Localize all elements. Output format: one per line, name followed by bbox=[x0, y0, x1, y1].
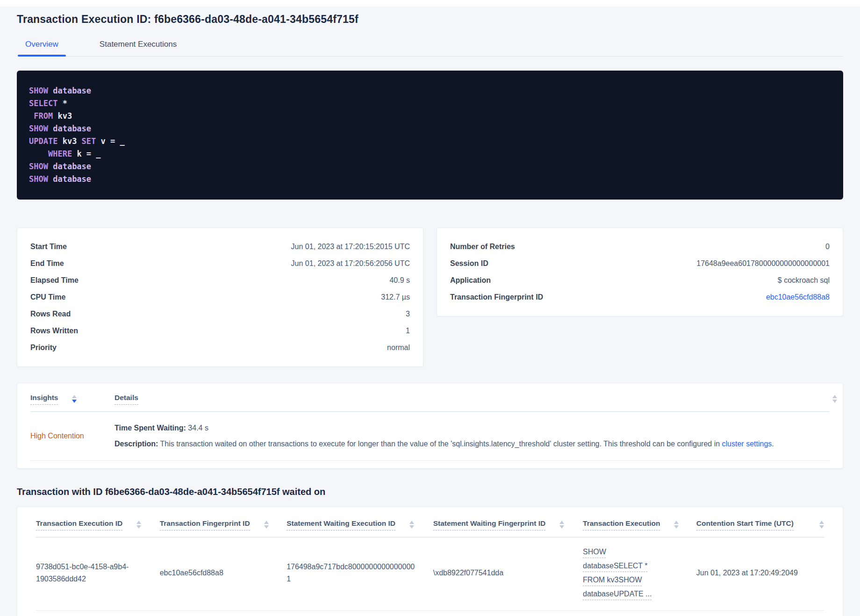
sort-icon[interactable] bbox=[559, 521, 564, 529]
page-title: Transaction Execution ID: f6be6366-da03-… bbox=[17, 13, 843, 26]
summary-value: 40.9 s bbox=[389, 276, 410, 285]
execution-times-card: Start TimeJun 01, 2023 at 17:20:15:2015 … bbox=[17, 228, 423, 367]
insights-table-card: Insights Details High Contention Time Sp… bbox=[17, 383, 843, 469]
insights-table-header: Insights Details bbox=[30, 383, 830, 412]
summary-label: Application bbox=[450, 276, 491, 285]
column-header-label[interactable]: Transaction Execution ID bbox=[36, 519, 122, 530]
summary-label: Session ID bbox=[450, 259, 488, 268]
sql-code-line: FROM kv3 bbox=[29, 110, 831, 122]
sql-code-line: UPDATE kv3 SET v = _ bbox=[29, 135, 831, 148]
table-cell: 9738d051-bc0e-4158-a9b4-1903586ddd42 bbox=[36, 561, 160, 585]
waited-on-table-row: 9738d051-bc0e-4158-a9b4-1903586ddd42ebc1… bbox=[36, 537, 824, 611]
summary-value: $ cockroach sql bbox=[778, 276, 830, 285]
summary-label: Transaction Fingerprint ID bbox=[450, 293, 543, 301]
details-column-header[interactable]: Details bbox=[115, 394, 818, 405]
transaction-execution-link[interactable]: SHOW databaseSELECT * FROM kv3SHOW datab… bbox=[583, 548, 652, 598]
summary-value: 3 bbox=[406, 310, 410, 318]
time-spent-waiting: Time Spent Waiting: 34.4 s bbox=[115, 422, 818, 434]
column-header-label[interactable]: Statement Waiting Execution ID bbox=[287, 519, 395, 530]
summary-label: Elapsed Time bbox=[30, 276, 79, 285]
tab-overview[interactable]: Overview bbox=[25, 40, 58, 56]
waited-on-heading: Transaction with ID f6be6366-da03-48de-a… bbox=[17, 487, 843, 497]
sort-icon[interactable] bbox=[264, 521, 269, 529]
summary-label: CPU Time bbox=[30, 293, 65, 301]
insight-description: Description: This transaction waited on … bbox=[115, 438, 818, 450]
summary-value: 0 bbox=[825, 243, 830, 251]
summary-row: Session ID17648a9eea60178000000000000000… bbox=[450, 255, 830, 272]
summary-value-link[interactable]: ebc10ae56cfd88a8 bbox=[766, 293, 830, 301]
waited-on-table-header: Transaction Execution IDTransaction Fing… bbox=[36, 507, 824, 537]
summary-label: Number of Retries bbox=[450, 243, 515, 251]
summary-value: 1 bbox=[406, 327, 410, 335]
insights-column-label[interactable]: Insights bbox=[30, 394, 58, 405]
sql-code-line: SELECT * bbox=[29, 97, 831, 110]
sort-icon[interactable] bbox=[832, 395, 837, 403]
details-column-label[interactable]: Details bbox=[115, 394, 138, 405]
summary-row: Transaction Fingerprint IDebc10ae56cfd88… bbox=[450, 289, 830, 306]
summary-value: Jun 01, 2023 at 17:20:56:2056 UTC bbox=[291, 259, 410, 268]
column-header-label[interactable]: Transaction Fingerprint ID bbox=[160, 519, 250, 530]
sort-icon[interactable] bbox=[674, 521, 679, 529]
insight-row: High Contention Time Spent Waiting: 34.4… bbox=[30, 412, 830, 461]
summary-label: End Time bbox=[30, 259, 64, 268]
column-header-label[interactable]: Statement Waiting Fingerprint ID bbox=[433, 519, 546, 530]
sql-code-line: WHERE k = _ bbox=[29, 148, 831, 160]
sql-code-line: SHOW database bbox=[29, 85, 831, 97]
summary-value: normal bbox=[387, 344, 410, 352]
summary-row: End TimeJun 01, 2023 at 17:20:56:2056 UT… bbox=[30, 255, 410, 272]
waited-on-table-card: Transaction Execution IDTransaction Fing… bbox=[17, 507, 843, 616]
insights-column-header[interactable]: Insights bbox=[30, 394, 115, 405]
sort-icon[interactable] bbox=[409, 521, 414, 529]
column-header-transaction-fingerprint-id[interactable]: Transaction Fingerprint ID bbox=[160, 519, 287, 530]
tab-statement-executions[interactable]: Statement Executions bbox=[100, 40, 177, 56]
table-cell: Jun 01, 2023 at 17:20:49:2049 bbox=[696, 567, 824, 579]
cluster-settings-link[interactable]: cluster settings bbox=[722, 440, 772, 448]
summary-row: Start TimeJun 01, 2023 at 17:20:15:2015 … bbox=[30, 238, 410, 255]
summary-row: Application$ cockroach sql bbox=[450, 272, 830, 289]
column-header-statement-waiting-fingerprint-id[interactable]: Statement Waiting Fingerprint ID bbox=[433, 519, 583, 530]
column-header-transaction-execution-id[interactable]: Transaction Execution ID bbox=[36, 519, 160, 530]
insight-details: Time Spent Waiting: 34.4 s Description: … bbox=[115, 422, 818, 450]
sql-code-line: SHOW database bbox=[29, 160, 831, 173]
sql-code-line: SHOW database bbox=[29, 173, 831, 186]
table-cell: 176498a9c717bdc80000000000000001 bbox=[287, 561, 433, 585]
sql-code-line: SHOW database bbox=[29, 122, 831, 135]
sort-icon[interactable] bbox=[72, 395, 77, 403]
summary-label: Priority bbox=[30, 344, 57, 352]
top-strip bbox=[0, 0, 860, 7]
summary-row: Elapsed Time40.9 s bbox=[30, 272, 410, 289]
column-header-label[interactable]: Transaction Execution bbox=[583, 519, 660, 530]
tab-bar: OverviewStatement Executions bbox=[25, 40, 843, 57]
summary-row: Number of Retries0 bbox=[450, 238, 830, 255]
table-cell: \xdb8922f077541dda bbox=[433, 567, 583, 579]
column-header-transaction-execution[interactable]: Transaction Execution bbox=[583, 519, 696, 530]
summary-value: 312.7 µs bbox=[381, 293, 410, 301]
summary-cards-row: Start TimeJun 01, 2023 at 17:20:15:2015 … bbox=[17, 228, 843, 367]
column-header-statement-waiting-execution-id[interactable]: Statement Waiting Execution ID bbox=[287, 519, 433, 530]
table-cell: ebc10ae56cfd88a8 bbox=[160, 567, 287, 579]
table-sort-control[interactable] bbox=[818, 394, 830, 403]
column-header-label[interactable]: Contention Start Time (UTC) bbox=[696, 519, 794, 530]
insight-type-label: High Contention bbox=[30, 432, 115, 440]
sort-icon[interactable] bbox=[819, 521, 824, 529]
sort-icon[interactable] bbox=[136, 521, 141, 529]
sql-statement-box: SHOW databaseSELECT * FROM kv3SHOW datab… bbox=[17, 71, 843, 200]
summary-value: Jun 01, 2023 at 17:20:15:2015 UTC bbox=[291, 243, 410, 251]
transaction-execution-page: Transaction Execution ID: f6be6366-da03-… bbox=[0, 7, 860, 616]
column-header-contention-start-time-utc-[interactable]: Contention Start Time (UTC) bbox=[696, 519, 824, 530]
summary-label: Start Time bbox=[30, 243, 67, 251]
summary-row: Rows Written1 bbox=[30, 322, 410, 339]
summary-row: Prioritynormal bbox=[30, 339, 410, 356]
transaction-execution-cell: SHOW databaseSELECT * FROM kv3SHOW datab… bbox=[583, 545, 679, 601]
execution-meta-card: Number of Retries0Session ID17648a9eea60… bbox=[437, 228, 843, 316]
summary-label: Rows Written bbox=[30, 327, 78, 335]
summary-label: Rows Read bbox=[30, 310, 71, 318]
summary-value: 17648a9eea6017800000000000000001 bbox=[696, 259, 830, 268]
summary-row: CPU Time312.7 µs bbox=[30, 289, 410, 306]
summary-row: Rows Read3 bbox=[30, 306, 410, 322]
